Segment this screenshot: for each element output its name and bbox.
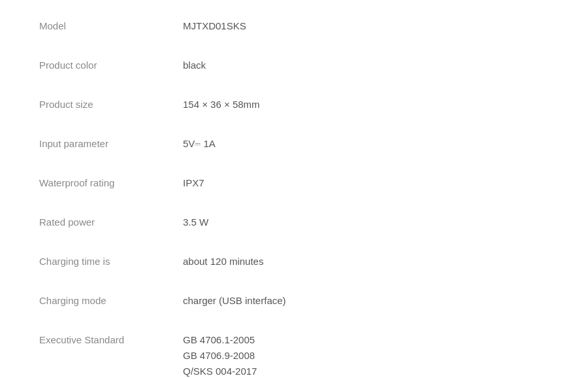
spec-row-product-size: Product size154 × 36 × 58mm <box>39 85 549 124</box>
spec-value-rated-power: 3.5 W <box>183 215 549 230</box>
spec-label-charging-mode: Charging mode <box>39 293 183 309</box>
spec-row-charging-time: Charging time isabout 120 minutes <box>39 242 549 281</box>
spec-label-rated-power: Rated power <box>39 215 183 230</box>
spec-label-product-size: Product size <box>39 97 183 112</box>
spec-label-waterproof-rating: Waterproof rating <box>39 175 183 191</box>
spec-label-model: Model <box>39 18 183 34</box>
spec-row-product-color: Product colorblack <box>39 46 549 85</box>
spec-value-model: MJTXD01SKS <box>183 18 549 34</box>
spec-label-product-color: Product color <box>39 58 183 73</box>
spec-value-product-size: 154 × 36 × 58mm <box>183 97 549 112</box>
spec-row-model: ModelMJTXD01SKS <box>39 7 549 46</box>
spec-value-product-color: black <box>183 58 549 73</box>
spec-value-waterproof-rating: IPX7 <box>183 175 549 191</box>
spec-label-input-parameter: Input parameter <box>39 136 183 152</box>
spec-row-input-parameter: Input parameter5V⎓ 1A <box>39 124 549 163</box>
spec-label-charging-time: Charging time is <box>39 254 183 269</box>
spec-value-charging-time: about 120 minutes <box>183 254 549 269</box>
spec-value-executive-standard: GB 4706.1-2005GB 4706.9-2008Q/SKS 004-20… <box>183 332 549 378</box>
spec-row-executive-standard: Executive StandardGB 4706.1-2005GB 4706.… <box>39 320 549 378</box>
spec-row-rated-power: Rated power3.5 W <box>39 203 549 242</box>
spec-label-executive-standard: Executive Standard <box>39 332 183 348</box>
spec-value-charging-mode: charger (USB interface) <box>183 293 549 309</box>
spec-value-input-parameter: 5V⎓ 1A <box>183 136 549 152</box>
spec-row-charging-mode: Charging modecharger (USB interface) <box>39 281 549 320</box>
spec-table: ModelMJTXD01SKSProduct colorblackProduct… <box>0 0 588 378</box>
spec-row-waterproof-rating: Waterproof ratingIPX7 <box>39 163 549 203</box>
